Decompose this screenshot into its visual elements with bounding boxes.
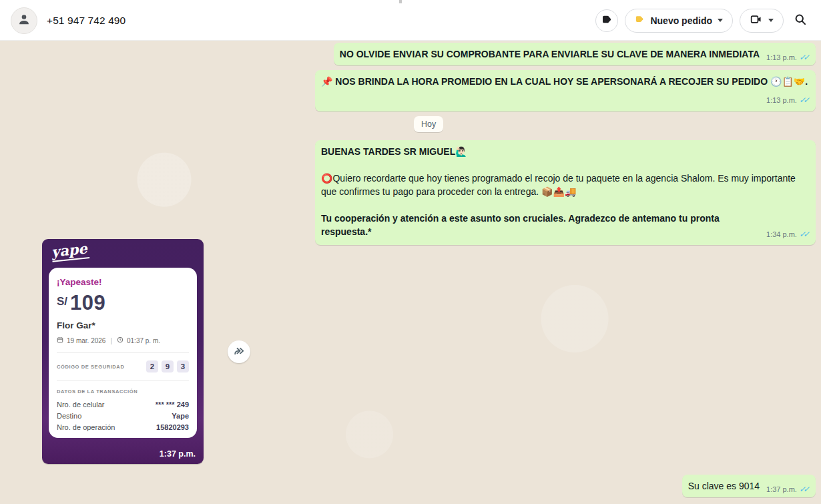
row-value: Yape [172, 412, 189, 420]
search-icon [794, 13, 807, 28]
message-meta: 1:13 p.m. ✓✓ [766, 93, 810, 107]
receipt-date: 19 mar. 2026 [67, 337, 105, 344]
clock-icon [117, 336, 123, 344]
message-time: 1:37 p.m. [766, 483, 797, 496]
chat-header: +51 947 742 490 Nuevo pedido [0, 0, 821, 41]
message-text: Su clave es 9014 [688, 479, 760, 493]
message-closing: Tu cooperación y atención a este asunto … [321, 212, 810, 238]
receipt-datetime: 19 mar. 2026 | 01:37 p. m. [57, 336, 189, 344]
message-bubble-outgoing: 📌 NOS BRINDA LA HORA PROMEDIO EN LA CUAL… [315, 70, 816, 111]
code-digit: 3 [177, 360, 189, 372]
yape-receipt-body: ¡Yapeaste! S/ 109 Flor Gar* 19 mar. 2026… [49, 268, 197, 438]
message-body: ⭕Quiero recordarte que hoy tienes progra… [321, 172, 810, 198]
message-bubble-outgoing: Su clave es 9014 1:37 p.m. ✓✓ [682, 475, 816, 497]
message-greeting: BUENAS TARDES SR MIGUEL🙋🏻‍♂️ [321, 145, 810, 158]
chevron-down-icon [718, 19, 723, 22]
security-code-row: CÓDIGO DE SEGURIDAD 2 9 3 [57, 360, 189, 372]
message-meta: 1:37 p.m. ✓✓ [766, 483, 810, 496]
yape-receipt-attachment[interactable]: yape ¡Yapeaste! S/ 109 Flor Gar* 19 mar.… [42, 239, 204, 464]
row-label: Destino [57, 412, 81, 420]
double-check-icon: ✓✓ [799, 93, 810, 107]
forward-arrow-icon [232, 344, 246, 360]
attachment-sent-time: 1:37 p.m. [160, 449, 196, 459]
scrollbar-thumb[interactable] [399, 0, 402, 3]
message-time: 1:34 p.m. [766, 228, 797, 241]
message-time: 1:13 p.m. [766, 93, 797, 107]
transaction-row: Nro. de celular *** *** 249 [57, 401, 189, 409]
separator: | [110, 337, 112, 344]
security-code-label: CÓDIGO DE SEGURIDAD [57, 364, 124, 370]
message-text: 📌 NOS BRINDA LA HORA PROMEDIO EN LA CUAL… [321, 76, 808, 87]
order-status-dropdown[interactable]: Nuevo pedido [625, 9, 733, 33]
tag-icon-yellow [635, 14, 645, 27]
contact-phone-title[interactable]: +51 947 742 490 [47, 0, 125, 41]
double-check-icon: ✓✓ [799, 483, 810, 496]
transaction-row: Destino Yape [57, 412, 189, 420]
code-digit: 9 [162, 360, 174, 372]
chat-pane: NO OLVIDE ENVIAR SU COMPROBANTE PARA ENV… [0, 41, 821, 504]
row-value: 15820293 [156, 423, 189, 431]
date-divider: Hoy [414, 116, 443, 132]
double-check-icon: ✓✓ [799, 228, 810, 241]
currency-symbol: S/ [57, 295, 67, 308]
forward-message-button[interactable] [228, 340, 250, 363]
receipt-time: 01:37 p. m. [127, 337, 160, 344]
double-check-icon: ✓✓ [799, 51, 810, 64]
chevron-down-icon [768, 19, 774, 22]
tag-icon [601, 13, 613, 28]
receipt-title: ¡Yapeaste! [57, 277, 189, 287]
video-camera-icon [750, 13, 763, 28]
order-status-label: Nuevo pedido [650, 15, 712, 26]
payer-name: Flor Gar* [57, 320, 189, 330]
transaction-rows: Nro. de celular *** *** 249 Destino Yape… [57, 401, 189, 431]
message-text: NO OLVIDE ENVIAR SU COMPROBANTE PARA ENV… [340, 47, 760, 61]
transaction-row: Nro. de operación 15820293 [57, 423, 189, 431]
row-label: Nro. de celular [57, 401, 105, 409]
header-actions: Nuevo pedido [595, 0, 810, 41]
code-digit: 2 [146, 360, 158, 372]
transaction-data-label: DATOS DE LA TRANSACCIÓN [57, 389, 189, 395]
yape-logo: yape [51, 240, 89, 262]
message-meta: 1:34 p.m. ✓✓ [766, 228, 810, 241]
row-value: *** *** 249 [156, 401, 189, 409]
receipt-amount: S/ 109 [57, 293, 189, 313]
search-button[interactable] [790, 11, 810, 31]
message-bubble-outgoing: NO OLVIDE ENVIAR SU COMPROBANTE PARA ENV… [334, 43, 816, 65]
label-tag-button[interactable] [595, 9, 618, 32]
message-bubble-outgoing: BUENAS TARDES SR MIGUEL🙋🏻‍♂️ ⭕Quiero rec… [315, 140, 816, 245]
person-icon [17, 12, 31, 29]
message-time: 1:13 p.m. [766, 51, 797, 64]
amount-value: 109 [70, 293, 105, 313]
calendar-icon [57, 336, 63, 344]
message-meta: 1:13 p.m. ✓✓ [766, 51, 810, 64]
contact-avatar[interactable] [11, 7, 37, 34]
video-call-dropdown[interactable] [740, 9, 784, 33]
security-code-digits: 2 9 3 [146, 360, 189, 372]
row-label: Nro. de operación [57, 423, 115, 431]
